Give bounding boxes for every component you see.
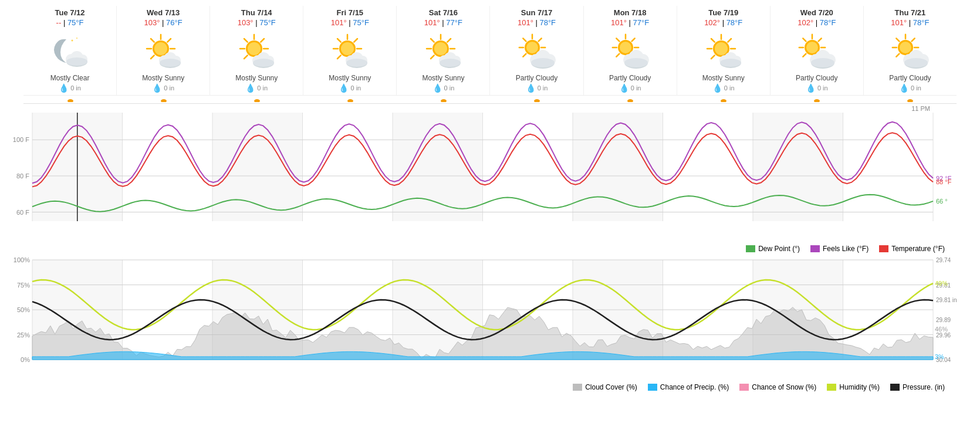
- svg-line-59: [431, 39, 434, 42]
- temp-range-6: 101° | 77°F: [611, 18, 649, 27]
- svg-line-106: [728, 39, 731, 42]
- precip-row-7: 💧0 in: [712, 83, 735, 93]
- svg-line-46: [354, 39, 358, 42]
- raindrop-icon-8: 💧: [806, 83, 816, 93]
- day-label-8: Wed 7/20: [800, 8, 833, 17]
- orange-dot-1: [117, 97, 210, 102]
- svg-point-51: [346, 59, 367, 67]
- weather-icon-4: [423, 31, 464, 72]
- temp-low-2: 75°F: [259, 18, 276, 27]
- svg-line-91: [631, 38, 634, 41]
- temp-legend-item-0: Dew Point (°): [746, 245, 800, 253]
- temp-high-7: 102°: [704, 18, 720, 27]
- svg-point-111: [720, 59, 741, 67]
- svg-text:66 °: 66 °: [936, 198, 948, 205]
- svg-rect-159: [663, 113, 753, 221]
- lower-legend-color-1: [648, 384, 657, 391]
- svg-text:100%: 100%: [13, 256, 30, 263]
- precip-row-9: 💧0 in: [899, 83, 921, 93]
- svg-point-38: [341, 42, 354, 55]
- lower-legend-item-2: Chance of Snow (%): [739, 383, 816, 391]
- legend-label-1: Feels Like (°F): [823, 245, 869, 253]
- precip-row-0: 💧0 in: [59, 83, 81, 93]
- svg-line-104: [711, 39, 715, 42]
- svg-point-0: [72, 40, 73, 42]
- condition-label-9: Partly Cloudy: [889, 74, 931, 82]
- condition-label-5: Partly Cloudy: [516, 74, 557, 82]
- raindrop-icon-7: 💧: [712, 83, 722, 93]
- precip-value-4: 0 in: [444, 84, 455, 92]
- temp-range-9: 101° | 78°F: [891, 18, 929, 27]
- day-col-5: Sun 7/17101° | 78°F Partly Cloudy💧0 in: [490, 6, 583, 95]
- svg-line-14: [151, 39, 154, 42]
- svg-point-98: [715, 42, 728, 55]
- raindrop-icon-4: 💧: [432, 83, 442, 93]
- temp-dash: --: [56, 18, 62, 27]
- svg-text:3%: 3%: [935, 353, 944, 360]
- temp-high-8: 102°: [797, 18, 813, 27]
- precip-row-1: 💧0 in: [152, 83, 174, 93]
- svg-text:80 F: 80 F: [16, 172, 29, 180]
- temp-low-5: 78°F: [539, 18, 556, 27]
- condition-label-2: Mostly Sunny: [235, 74, 278, 82]
- lower-legend-item-0: Cloud Cover (%): [573, 383, 637, 391]
- svg-point-53: [434, 42, 447, 55]
- lower-legend-item-1: Chance of Precip. (%): [648, 383, 729, 391]
- weather-icon-3: [329, 31, 370, 72]
- weather-icon-5: [516, 31, 557, 72]
- precip-value-9: 0 in: [911, 84, 921, 92]
- day-col-7: Tue 7/19102° | 78°F Mostly Sunny💧0 in: [677, 6, 771, 95]
- svg-line-61: [448, 39, 451, 42]
- day-label-1: Wed 7/13: [147, 8, 180, 17]
- temp-legend-item-2: Temperature (°F): [879, 245, 945, 253]
- svg-text:49%: 49%: [935, 280, 948, 287]
- weather-icon-0: [49, 31, 90, 72]
- svg-text:88 °F: 88 °F: [936, 178, 952, 185]
- temp-chart-svg: 60 F80 F100 F92 °F88 °F66 °11 PM: [0, 104, 980, 239]
- svg-line-42: [337, 55, 341, 59]
- temp-chart-legend: Dew Point (°)Feels Like (°F)Temperature …: [0, 241, 980, 254]
- condition-label-4: Mostly Sunny: [422, 74, 464, 82]
- lower-legend-label-0: Cloud Cover (%): [585, 383, 637, 391]
- temp-high-1: 103°: [144, 18, 160, 27]
- day-col-9: Thu 7/21101° | 78°F Partly Cloudy💧0 in: [864, 6, 957, 95]
- precip-value-8: 0 in: [817, 84, 828, 92]
- legend-color-0: [746, 245, 755, 252]
- lower-legend-color-2: [739, 384, 749, 391]
- precip-row-3: 💧0 in: [339, 83, 361, 93]
- svg-point-36: [253, 59, 274, 67]
- orange-dot-6: [583, 97, 677, 102]
- precip-value-2: 0 in: [257, 84, 268, 92]
- svg-point-126: [811, 58, 834, 67]
- svg-line-44: [337, 39, 341, 42]
- svg-text:29.81 in: 29.81 in: [936, 297, 957, 303]
- condition-label-3: Mostly Sunny: [329, 74, 371, 82]
- temp-range-4: 101° | 77°F: [424, 18, 462, 27]
- temp-range-5: 101° | 78°F: [518, 18, 556, 27]
- svg-point-21: [160, 59, 181, 67]
- svg-line-27: [244, 55, 248, 59]
- svg-point-68: [526, 42, 538, 53]
- lower-legend-item-3: Humidity (%): [827, 383, 880, 391]
- weather-icon-1: [143, 31, 184, 72]
- orange-dot-5: [490, 97, 583, 102]
- temp-low-1: 76°F: [166, 18, 183, 27]
- svg-text:75%: 75%: [17, 282, 30, 289]
- precip-value-7: 0 in: [724, 84, 735, 92]
- lower-legend-label-3: Humidity (%): [839, 383, 880, 391]
- svg-point-8: [154, 42, 167, 55]
- svg-text:29.74: 29.74: [936, 257, 951, 263]
- days-header: Tue 7/12-- | 75°F Mostly Clear💧0 inWed 7…: [23, 6, 957, 96]
- lower-chart-area: 0%25%50%75%100%30.0429.9629.8929.81 in29…: [0, 254, 980, 392]
- temp-high-5: 101°: [518, 18, 533, 27]
- day-label-2: Thu 7/14: [241, 8, 272, 17]
- lower-legend-label-4: Pressure. (in): [903, 383, 945, 391]
- svg-point-142: [67, 99, 73, 102]
- svg-point-145: [347, 99, 353, 102]
- temp-low-3: 75°F: [353, 18, 369, 27]
- precip-row-8: 💧0 in: [806, 83, 828, 93]
- condition-label-0: Mostly Clear: [50, 74, 90, 82]
- temp-range-7: 102° | 78°F: [704, 18, 742, 27]
- day-col-4: Sat 7/16101° | 77°F Mostly Sunny💧0 in: [397, 6, 490, 95]
- orange-dot-7: [677, 97, 770, 102]
